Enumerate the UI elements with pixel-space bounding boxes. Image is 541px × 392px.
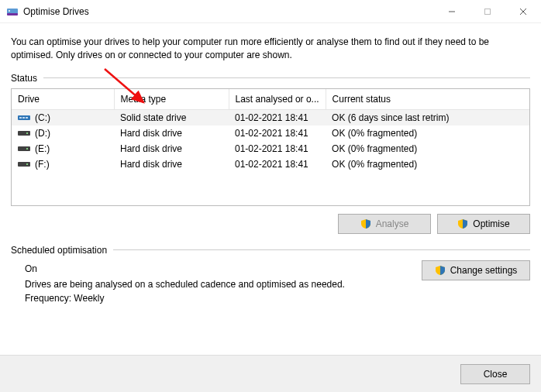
col-media[interactable]: Media type (114, 89, 229, 110)
cell-last: 01-02-2021 18:41 (229, 126, 326, 141)
svg-point-2 (9, 10, 10, 12)
col-last[interactable]: Last analysed or o... (229, 89, 326, 110)
svg-rect-11 (18, 131, 30, 136)
app-icon (6, 5, 19, 18)
cell-last: 01-02-2021 18:41 (229, 156, 326, 172)
svg-rect-10 (26, 117, 28, 119)
hdd-drive-icon (18, 129, 30, 138)
separator (113, 249, 530, 250)
window-title: Optimise Drives (23, 6, 89, 17)
shield-icon (360, 218, 371, 229)
minimize-button[interactable] (434, 0, 470, 23)
change-settings-button[interactable]: Change settings (422, 260, 530, 280)
separator (43, 77, 530, 78)
cell-media: Hard disk drive (114, 126, 229, 141)
scheduled-state: On (25, 263, 406, 274)
table-row[interactable]: (C:)Solid state drive01-02-2021 18:41OK … (12, 109, 529, 126)
drive-label: (D:) (35, 128, 50, 139)
svg-rect-8 (19, 117, 22, 119)
svg-rect-1 (7, 13, 18, 15)
intro-text: You can optimise your drives to help you… (11, 36, 530, 62)
svg-rect-9 (22, 117, 25, 119)
close-button[interactable] (505, 0, 541, 23)
svg-rect-13 (18, 146, 30, 151)
dialog-footer: Close (0, 355, 541, 392)
status-section-label: Status (11, 73, 37, 84)
cell-media: Solid state drive (114, 109, 229, 126)
cell-status: OK (6 days since last retrim) (326, 109, 529, 126)
cell-media: Hard disk drive (114, 141, 229, 156)
scheduled-section-label: Scheduled optimisation (11, 245, 107, 256)
col-drive[interactable]: Drive (12, 89, 114, 110)
drive-label: (E:) (35, 143, 50, 154)
cell-last: 01-02-2021 18:41 (229, 141, 326, 156)
svg-point-14 (26, 148, 28, 150)
optimise-button[interactable]: Optimise (437, 214, 530, 234)
drives-table[interactable]: Drive Media type Last analysed or o... C… (11, 88, 530, 206)
svg-rect-4 (485, 9, 491, 14)
table-row[interactable]: (E:)Hard disk drive01-02-2021 18:41OK (0… (12, 141, 529, 156)
drive-label: (F:) (35, 159, 50, 170)
title-bar: Optimise Drives (0, 0, 541, 23)
table-row[interactable]: (F:)Hard disk drive01-02-2021 18:41OK (0… (12, 156, 529, 172)
col-status[interactable]: Current status (326, 89, 529, 110)
close-dialog-button[interactable]: Close (460, 364, 530, 384)
svg-rect-15 (18, 162, 30, 167)
hdd-drive-icon (18, 160, 30, 169)
analyse-button[interactable]: Analyse (338, 214, 431, 234)
scheduled-desc: Drives are being analysed on a scheduled… (25, 279, 406, 290)
cell-media: Hard disk drive (114, 156, 229, 172)
table-header-row[interactable]: Drive Media type Last analysed or o... C… (12, 89, 529, 110)
cell-status: OK (0% fragmented) (326, 141, 529, 156)
table-row[interactable]: (D:)Hard disk drive01-02-2021 18:41OK (0… (12, 126, 529, 141)
shield-icon (457, 218, 468, 229)
hdd-drive-icon (18, 144, 30, 153)
shield-icon (435, 265, 446, 276)
scheduled-freq: Frequency: Weekly (25, 293, 406, 304)
cell-status: OK (0% fragmented) (326, 156, 529, 172)
maximize-button[interactable] (470, 0, 505, 23)
drive-label: (C:) (35, 112, 50, 123)
cell-status: OK (0% fragmented) (326, 126, 529, 141)
cell-last: 01-02-2021 18:41 (229, 109, 326, 126)
svg-point-16 (26, 163, 28, 165)
svg-point-12 (26, 132, 28, 134)
ssd-drive-icon (18, 113, 30, 122)
